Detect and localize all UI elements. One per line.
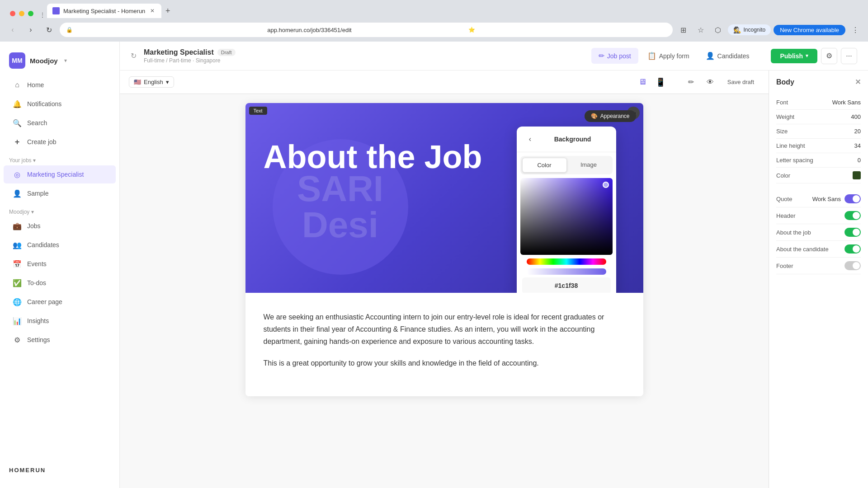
appearance-icon: 🎨 <box>591 113 598 119</box>
panel-row-line-height: Line height 34 <box>776 139 861 153</box>
sync-icon[interactable]: ↻ <box>131 52 137 60</box>
active-tab[interactable]: Marketing Specialist - Homerun ✕ <box>47 4 161 18</box>
window-close-btn[interactable] <box>10 11 15 16</box>
sidebar-item-todos[interactable]: ✅ To-dos <box>4 274 116 292</box>
sidebar-item-notifications[interactable]: 🔔 Notifications <box>4 95 116 113</box>
cast-icon[interactable]: ⊞ <box>676 23 691 37</box>
edit-mode-btn[interactable]: ✏ <box>684 75 698 89</box>
panel-row-weight: Weight 400 <box>776 110 861 124</box>
popup-header: ‹ Background <box>517 127 616 152</box>
gradient-handle[interactable] <box>603 182 609 188</box>
your-jobs-label: Your jobs ▾ <box>9 157 36 164</box>
sidebar-item-home-label: Home <box>27 81 44 89</box>
opacity-bar[interactable] <box>527 268 606 275</box>
mobile-icon[interactable]: 📱 <box>653 75 668 89</box>
letter-spacing-label: Letter spacing <box>776 157 813 164</box>
gradient-area[interactable] <box>520 178 613 255</box>
tab-close-btn[interactable]: ✕ <box>149 7 156 14</box>
popup-tab-color[interactable]: Color <box>522 158 567 173</box>
tab-job-post[interactable]: ✏ Job post <box>591 48 638 64</box>
sidebar-item-candidates[interactable]: 👥 Candidates <box>4 236 116 254</box>
color-swatch[interactable] <box>853 171 861 179</box>
job-title: Marketing Specialist <box>144 48 214 56</box>
canvas-hero: Text 🎨 Appearance ··· <box>245 103 643 293</box>
header-actions: Publish ▾ ⚙ ··· <box>771 48 857 64</box>
appearance-button[interactable]: 🎨 Appearance <box>585 110 636 122</box>
address-bar[interactable]: 🔒 app.homerun.co/job/336451/edit ⭐ <box>60 23 673 37</box>
publish-button[interactable]: Publish ▾ <box>771 49 817 63</box>
brand-chevron: ▾ <box>64 57 67 64</box>
header-toggle[interactable] <box>844 211 861 220</box>
about-candidate-label: About the candidate <box>776 246 829 253</box>
hex-value[interactable]: #1c1f38 <box>522 277 611 293</box>
new-chrome-btn[interactable]: New Chrome available <box>774 25 845 35</box>
window-minimize-btn[interactable] <box>19 11 24 16</box>
sample-icon: 👤 <box>13 189 22 198</box>
weight-value: 400 <box>851 113 861 120</box>
header-tabs: ✏ Job post 📋 Apply form 👤 Candidates <box>591 48 757 64</box>
tab-list-btn[interactable]: ⋮ <box>40 12 47 18</box>
appearance-label: Appearance <box>600 113 630 119</box>
jobs-icon: 💼 <box>13 221 22 230</box>
sidebar-item-insights[interactable]: 📊 Insights <box>4 312 116 330</box>
more-btn[interactable]: ⋮ <box>848 23 863 37</box>
popup-back-btn[interactable]: ‹ <box>524 133 537 145</box>
hero-bg-text: SARIDesi <box>297 171 383 243</box>
tab-candidates[interactable]: 👤 Candidates <box>698 48 757 64</box>
new-tab-btn[interactable]: + <box>161 5 174 17</box>
tab-job-post-label: Job post <box>607 52 631 60</box>
language-selector[interactable]: 🇺🇸 English ▾ <box>129 76 174 88</box>
tab-favicon <box>52 7 60 14</box>
quote-font-value: Work Sans <box>812 196 841 202</box>
sidebar-item-events[interactable]: 📅 Events <box>4 255 116 273</box>
preview-mode-btn[interactable]: 👁 <box>703 75 717 89</box>
sidebar-item-jobs[interactable]: 💼 Jobs <box>4 217 116 235</box>
sidebar-item-sample-label: Sample <box>27 190 48 197</box>
footer-toggle[interactable] <box>844 261 861 270</box>
color-label: Color <box>776 172 790 179</box>
settings-gear-btn[interactable]: ⚙ <box>821 48 837 64</box>
panel-row-quote: Quote Work Sans <box>776 191 861 207</box>
bookmark-icon[interactable]: ☆ <box>693 23 708 37</box>
forward-btn[interactable]: › <box>24 23 38 37</box>
extensions-icon[interactable]: ⬡ <box>711 23 725 37</box>
panel-row-footer: Footer <box>776 258 861 274</box>
about-job-toggle[interactable] <box>844 228 861 237</box>
career-page-icon: 🌐 <box>13 297 22 306</box>
line-height-label: Line height <box>776 142 805 149</box>
about-candidate-toggle[interactable] <box>844 244 861 253</box>
toolbar-right: ⊞ ☆ ⬡ 🕵 Incognito New Chrome available ⋮ <box>676 23 863 37</box>
color-gradient[interactable] <box>520 178 613 255</box>
sidebar-item-settings[interactable]: ⚙ Settings <box>4 331 116 349</box>
sidebar-item-marketing-specialist[interactable]: ◎ Marketing Specialist <box>4 165 116 183</box>
sidebar-item-create-job[interactable]: + Create job <box>4 133 116 151</box>
window-maximize-btn[interactable] <box>28 11 33 16</box>
your-jobs-section: Your jobs ▾ <box>0 152 119 165</box>
font-value: Work Sans <box>832 99 861 106</box>
sidebar-item-home[interactable]: ⌂ Home <box>4 76 116 94</box>
sidebar-footer: HOMERUN <box>0 460 119 481</box>
sidebar-item-events-label: Events <box>27 260 47 267</box>
panel-close-btn[interactable]: ✕ <box>855 78 861 86</box>
search-icon: 🔍 <box>13 118 22 127</box>
more-actions-btn[interactable]: ··· <box>841 48 857 64</box>
hue-bar[interactable] <box>527 258 606 265</box>
panel-row-color: Color <box>776 168 861 183</box>
sidebar-item-search[interactable]: 🔍 Search <box>4 114 116 132</box>
popup-tab-image[interactable]: Image <box>567 158 611 173</box>
save-draft-button[interactable]: Save draft <box>722 76 760 88</box>
panel-row-about-job: About the job <box>776 224 861 241</box>
sidebar-item-career-page[interactable]: 🌐 Career page <box>4 293 116 311</box>
tab-apply-form[interactable]: 📋 Apply form <box>640 48 697 64</box>
quote-toggle[interactable] <box>844 194 861 203</box>
sidebar: MM Moodjoy ▾ ⌂ Home 🔔 Notifications 🔍 Se… <box>0 42 120 488</box>
panel-row-letter-spacing: Letter spacing 0 <box>776 153 861 168</box>
desktop-icon[interactable]: 🖥 <box>635 75 650 89</box>
reload-btn[interactable]: ↻ <box>42 23 56 37</box>
main-area: ↻ Marketing Specialist Draft Full-time /… <box>120 42 868 488</box>
brand-avatar: MM <box>9 52 25 69</box>
sidebar-item-sample[interactable]: 👤 Sample <box>4 184 116 202</box>
back-btn[interactable]: ‹ <box>5 23 20 37</box>
incognito-btn[interactable]: 🕵 Incognito <box>728 24 771 35</box>
tab-title: Marketing Specialist - Homerun <box>63 8 145 14</box>
